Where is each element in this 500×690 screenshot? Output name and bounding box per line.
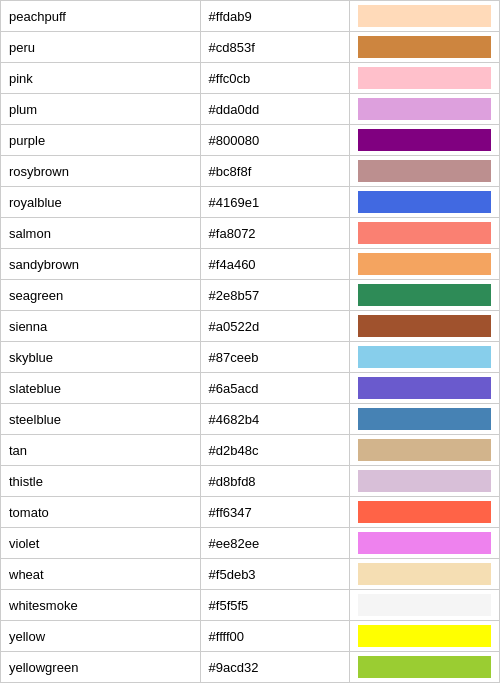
color-hex: #ffc0cb [200, 63, 350, 94]
table-row: tan#d2b48c [1, 435, 500, 466]
table-row: thistle#d8bfd8 [1, 466, 500, 497]
color-swatch [358, 408, 491, 430]
color-swatch-cell [350, 497, 500, 528]
color-swatch [358, 67, 491, 89]
table-row: slateblue#6a5acd [1, 373, 500, 404]
color-hex: #9acd32 [200, 652, 350, 683]
color-hex: #6a5acd [200, 373, 350, 404]
table-row: whitesmoke#f5f5f5 [1, 590, 500, 621]
color-swatch [358, 501, 491, 523]
table-row: plum#dda0dd [1, 94, 500, 125]
color-hex: #4682b4 [200, 404, 350, 435]
color-name: purple [1, 125, 201, 156]
color-swatch-cell [350, 559, 500, 590]
color-swatch-cell [350, 280, 500, 311]
table-row: purple#800080 [1, 125, 500, 156]
color-name: tomato [1, 497, 201, 528]
color-swatch-cell [350, 435, 500, 466]
color-hex: #a0522d [200, 311, 350, 342]
table-row: wheat#f5deb3 [1, 559, 500, 590]
color-swatch-cell [350, 218, 500, 249]
color-swatch [358, 98, 491, 120]
table-row: steelblue#4682b4 [1, 404, 500, 435]
color-name: pink [1, 63, 201, 94]
color-hex: #800080 [200, 125, 350, 156]
color-hex: #d2b48c [200, 435, 350, 466]
table-row: violet#ee82ee [1, 528, 500, 559]
color-swatch [358, 222, 491, 244]
color-swatch [358, 377, 491, 399]
color-swatch-cell [350, 311, 500, 342]
table-row: yellowgreen#9acd32 [1, 652, 500, 683]
color-swatch [358, 284, 491, 306]
color-swatch [358, 5, 491, 27]
table-row: tomato#ff6347 [1, 497, 500, 528]
color-hex: #f4a460 [200, 249, 350, 280]
table-row: seagreen#2e8b57 [1, 280, 500, 311]
color-swatch [358, 253, 491, 275]
color-swatch-cell [350, 373, 500, 404]
color-swatch [358, 191, 491, 213]
color-hex: #4169e1 [200, 187, 350, 218]
color-swatch [358, 346, 491, 368]
table-row: peachpuff#ffdab9 [1, 1, 500, 32]
color-hex: #cd853f [200, 32, 350, 63]
color-swatch-cell [350, 249, 500, 280]
color-swatch-cell [350, 125, 500, 156]
color-table: peachpuff#ffdab9peru#cd853fpink#ffc0cbpl… [0, 0, 500, 683]
color-name: tan [1, 435, 201, 466]
color-name: yellow [1, 621, 201, 652]
color-hex: #87ceeb [200, 342, 350, 373]
color-name: royalblue [1, 187, 201, 218]
table-row: rosybrown#bc8f8f [1, 156, 500, 187]
color-hex: #ffdab9 [200, 1, 350, 32]
color-swatch-cell [350, 187, 500, 218]
color-name: peru [1, 32, 201, 63]
color-hex: #ee82ee [200, 528, 350, 559]
color-swatch [358, 129, 491, 151]
color-name: rosybrown [1, 156, 201, 187]
color-swatch-cell [350, 621, 500, 652]
color-swatch [358, 594, 491, 616]
color-name: sienna [1, 311, 201, 342]
color-swatch-cell [350, 404, 500, 435]
color-name: whitesmoke [1, 590, 201, 621]
color-swatch-cell [350, 156, 500, 187]
table-row: yellow#ffff00 [1, 621, 500, 652]
color-hex: #f5f5f5 [200, 590, 350, 621]
table-row: salmon#fa8072 [1, 218, 500, 249]
table-row: sienna#a0522d [1, 311, 500, 342]
color-hex: #2e8b57 [200, 280, 350, 311]
color-name: skyblue [1, 342, 201, 373]
color-hex: #d8bfd8 [200, 466, 350, 497]
color-swatch [358, 439, 491, 461]
color-name: slateblue [1, 373, 201, 404]
color-hex: #fa8072 [200, 218, 350, 249]
color-hex: #bc8f8f [200, 156, 350, 187]
color-name: sandybrown [1, 249, 201, 280]
table-row: royalblue#4169e1 [1, 187, 500, 218]
color-hex: #dda0dd [200, 94, 350, 125]
color-swatch [358, 160, 491, 182]
color-name: peachpuff [1, 1, 201, 32]
color-swatch-cell [350, 1, 500, 32]
color-swatch-cell [350, 94, 500, 125]
color-swatch [358, 470, 491, 492]
color-swatch-cell [350, 342, 500, 373]
color-swatch [358, 315, 491, 337]
color-swatch [358, 625, 491, 647]
table-row: peru#cd853f [1, 32, 500, 63]
color-swatch-cell [350, 466, 500, 497]
color-name: thistle [1, 466, 201, 497]
color-hex: #ff6347 [200, 497, 350, 528]
color-hex: #ffff00 [200, 621, 350, 652]
color-swatch [358, 656, 491, 678]
color-name: steelblue [1, 404, 201, 435]
color-swatch [358, 563, 491, 585]
color-swatch [358, 36, 491, 58]
color-swatch [358, 532, 491, 554]
color-name: salmon [1, 218, 201, 249]
color-swatch-cell [350, 652, 500, 683]
color-swatch-cell [350, 63, 500, 94]
color-swatch-cell [350, 528, 500, 559]
